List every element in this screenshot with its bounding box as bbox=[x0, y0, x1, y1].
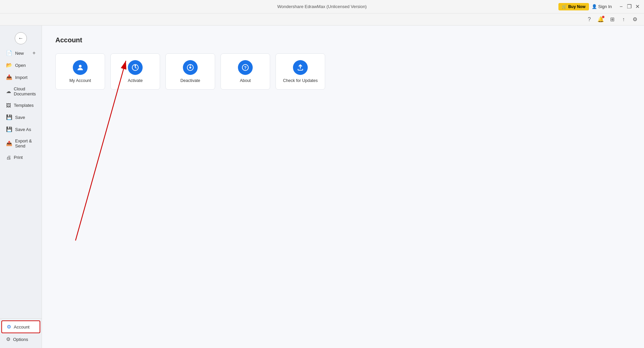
app-title: Wondershare EdrawMax (Unlicensed Version… bbox=[277, 4, 366, 9]
sidebar-item-label-new: New bbox=[15, 51, 24, 56]
sidebar-item-label-templates: Templates bbox=[14, 103, 34, 108]
svg-point-4 bbox=[189, 67, 191, 69]
save-icon: 💾 bbox=[6, 114, 12, 120]
help-icon[interactable]: ? bbox=[586, 16, 593, 23]
minimize-button[interactable]: − bbox=[618, 4, 624, 9]
print-icon: 🖨 bbox=[6, 155, 11, 160]
sidebar-item-label-save: Save bbox=[15, 115, 25, 120]
new-icon: 📄 bbox=[6, 50, 12, 56]
export-icon: 📤 bbox=[6, 140, 12, 146]
sidebar-item-cloud[interactable]: ☁ Cloud Documents bbox=[1, 84, 40, 99]
my-account-icon bbox=[73, 60, 88, 75]
card-deactivate-label: Deactivate bbox=[180, 78, 200, 83]
card-about[interactable]: ? About bbox=[220, 53, 270, 90]
sidebar-item-new[interactable]: 📄 New + bbox=[1, 47, 40, 59]
card-about-label: About bbox=[240, 78, 251, 83]
notification-icon[interactable]: 🔔 bbox=[597, 16, 604, 23]
sidebar-item-print[interactable]: 🖨 Print bbox=[1, 152, 40, 163]
open-icon: 📂 bbox=[6, 62, 12, 68]
card-activate-label: Activate bbox=[128, 78, 143, 83]
layout-icon[interactable]: ⊞ bbox=[608, 16, 616, 23]
sidebar-item-export[interactable]: 📤 Export & Send bbox=[1, 136, 40, 151]
sign-in-button[interactable]: 👤 Sign In bbox=[592, 4, 612, 9]
sidebar-item-save-as[interactable]: 💾 Save As bbox=[1, 124, 40, 135]
titlebar: Wondershare EdrawMax (Unlicensed Version… bbox=[0, 0, 644, 13]
sidebar-item-save[interactable]: 💾 Save bbox=[1, 112, 40, 123]
check-updates-icon bbox=[293, 60, 308, 75]
account-icon: ⚙ bbox=[7, 324, 11, 330]
svg-text:?: ? bbox=[244, 65, 247, 70]
card-activate[interactable]: Activate bbox=[110, 53, 160, 90]
sidebar-item-label-cloud: Cloud Documents bbox=[14, 86, 36, 96]
card-my-account-label: My Account bbox=[69, 78, 91, 83]
sidebar-item-label-account: Account bbox=[14, 324, 30, 330]
share-icon[interactable]: ↑ bbox=[620, 16, 627, 23]
card-my-account[interactable]: My Account bbox=[55, 53, 105, 90]
page-title: Account bbox=[55, 36, 631, 44]
sidebar-item-label-open: Open bbox=[15, 63, 26, 68]
sidebar-item-label-import: Import bbox=[15, 75, 28, 80]
sidebar-item-options[interactable]: ⚙ Options bbox=[1, 334, 40, 345]
save-as-icon: 💾 bbox=[6, 126, 12, 132]
main-layout: ← 📄 New + 📂 Open 📥 Import ☁ Cloud Docume… bbox=[0, 26, 644, 348]
sidebar-item-account[interactable]: ⚙ Account bbox=[1, 320, 40, 333]
sidebar-item-label-save-as: Save As bbox=[15, 127, 31, 132]
sidebar-item-label-export: Export & Send bbox=[15, 138, 36, 148]
settings-icon[interactable]: ⚙ bbox=[631, 16, 639, 23]
options-icon: ⚙ bbox=[6, 336, 10, 342]
buy-now-button[interactable]: 🛒 Buy Now bbox=[558, 3, 589, 10]
deactivate-icon bbox=[183, 60, 198, 75]
cloud-icon: ☁ bbox=[6, 88, 11, 94]
user-icon: 👤 bbox=[592, 4, 597, 9]
sidebar-item-label-options: Options bbox=[13, 337, 28, 342]
back-button[interactable]: ← bbox=[15, 32, 27, 44]
content-area: Account My Account bbox=[42, 26, 644, 348]
card-check-updates-label: Check for Updates bbox=[283, 78, 318, 83]
close-button[interactable]: ✕ bbox=[635, 4, 640, 9]
plus-icon: + bbox=[33, 50, 36, 56]
about-icon: ? bbox=[238, 60, 253, 75]
import-icon: 📥 bbox=[6, 74, 12, 80]
account-cards: My Account Activate bbox=[55, 53, 631, 90]
card-check-updates[interactable]: Check for Updates bbox=[276, 53, 325, 90]
restore-button[interactable]: ❐ bbox=[627, 4, 632, 9]
card-deactivate[interactable]: Deactivate bbox=[165, 53, 215, 90]
activate-icon bbox=[128, 60, 143, 75]
sidebar-item-templates[interactable]: 🖼 Templates bbox=[1, 100, 40, 111]
toolbar: ? 🔔 ⊞ ↑ ⚙ bbox=[0, 13, 644, 26]
sidebar: ← 📄 New + 📂 Open 📥 Import ☁ Cloud Docume… bbox=[0, 26, 42, 348]
sidebar-item-label-print: Print bbox=[14, 155, 23, 160]
sidebar-item-open[interactable]: 📂 Open bbox=[1, 59, 40, 71]
sidebar-item-import[interactable]: 📥 Import bbox=[1, 72, 40, 83]
cart-icon: 🛒 bbox=[562, 4, 567, 9]
svg-point-0 bbox=[79, 65, 82, 68]
templates-icon: 🖼 bbox=[6, 102, 11, 108]
